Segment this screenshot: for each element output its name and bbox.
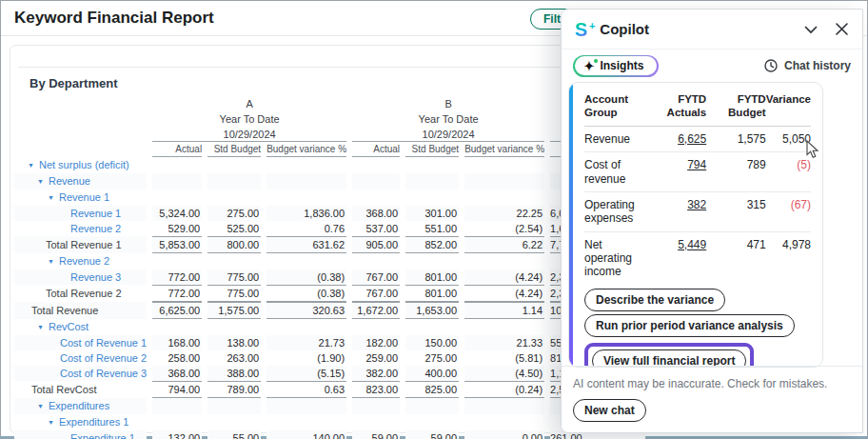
collapse-triangle-icon[interactable]: ▼ xyxy=(48,258,54,265)
row-group-label[interactable]: ▼RevCost xyxy=(14,319,147,335)
report-cell xyxy=(152,173,202,190)
insight-action-button[interactable]: Describe the variance xyxy=(584,289,725,311)
insight-col-header: Account Group xyxy=(584,89,645,126)
chat-history-button[interactable]: Chat history xyxy=(763,58,851,73)
collapse-panel-button[interactable] xyxy=(803,22,819,37)
row-group-label[interactable]: ▼Revenue 2 xyxy=(14,253,147,269)
report-cell[interactable]: 132.00 xyxy=(152,430,202,439)
collapse-triangle-icon[interactable]: ▼ xyxy=(48,419,54,426)
report-cell[interactable]: 55.00 xyxy=(207,430,261,439)
report-cell[interactable]: 551.00 xyxy=(405,221,459,236)
collapse-triangle-icon[interactable]: ▼ xyxy=(48,194,54,201)
report-cell[interactable]: 1,672.00 xyxy=(352,302,400,319)
insight-action-button[interactable]: Run prior period variance analysis xyxy=(584,314,795,337)
row-account-link[interactable]: Cost of Revenue 3 xyxy=(14,366,147,381)
report-cell[interactable]: 801.00 xyxy=(405,269,459,285)
report-cell xyxy=(207,173,261,190)
new-chat-button[interactable]: New chat xyxy=(573,399,646,422)
collapse-triangle-icon[interactable]: ▼ xyxy=(28,162,34,169)
report-cell xyxy=(266,157,346,173)
row-group-label[interactable]: ▼Revenue xyxy=(14,173,147,190)
report-row: Total RevCost794.00789.000.63823.00825.0… xyxy=(14,381,645,398)
report-cell[interactable]: 823.00 xyxy=(352,381,400,398)
insight-row: Revenue6,6251,5755,050 xyxy=(584,126,811,151)
report-cell[interactable]: 5,324.00 xyxy=(152,206,202,221)
report-row: Total Revenue 2772.00775.00(0.38)767.008… xyxy=(14,285,645,302)
report-cell[interactable]: 275.00 xyxy=(207,206,261,221)
row-account-link[interactable]: Revenue 1 xyxy=(14,206,147,221)
report-cell[interactable]: 138.00 xyxy=(207,335,261,350)
report-cell xyxy=(266,190,346,206)
report-row: ▼Expenditures 1 xyxy=(14,414,645,430)
copilot-header: S+ Copilot xyxy=(562,10,862,50)
report-cell[interactable]: 794.00 xyxy=(152,381,202,398)
copilot-panel: S+ Copilot ✦ Insights Chat history xyxy=(561,9,863,433)
report-cell[interactable]: 301.00 xyxy=(405,206,459,221)
insight-table: Account Group FYTD Actuals FYTD Budget V… xyxy=(584,89,811,285)
section-title: By Department xyxy=(30,76,117,90)
report-cell xyxy=(266,173,346,190)
report-cell xyxy=(405,157,459,173)
report-row: Revenue 3772.00775.00(0.38)767.00801.00(… xyxy=(14,269,645,285)
report-cell[interactable]: 5,853.00 xyxy=(152,236,202,253)
report-cell[interactable]: 537.00 xyxy=(352,221,400,236)
ai-disclaimer: AI content may be inaccurate. Check for … xyxy=(573,377,849,390)
report-cell: 825.00 xyxy=(405,381,459,398)
report-cell[interactable]: 388.00 xyxy=(207,366,261,381)
report-cell: 0.00 xyxy=(464,430,544,439)
report-row: Total Revenue 15,853.00800.00631.62905.0… xyxy=(14,236,645,253)
collapse-triangle-icon[interactable]: ▼ xyxy=(37,178,44,185)
report-cell[interactable]: 775.00 xyxy=(207,269,261,285)
row-group-label[interactable]: ▼Net surplus (deficit) xyxy=(14,157,147,173)
report-cell[interactable]: 382.00 xyxy=(352,366,400,381)
insight-row: Net operating income5,4494714,978 xyxy=(584,231,811,285)
report-cell[interactable]: 258.00 xyxy=(152,350,202,366)
report-cell[interactable]: 767.00 xyxy=(352,285,400,302)
row-group-label[interactable]: ▼Expenditures 1 xyxy=(14,414,147,430)
insight-actuals-link[interactable]: 382 xyxy=(645,191,706,231)
report-cell[interactable]: 59.00 xyxy=(352,430,400,439)
report-cell[interactable]: 400.00 xyxy=(405,366,459,381)
report-cell[interactable]: 767.00 xyxy=(352,269,400,285)
row-account-link[interactable]: Revenue 3 xyxy=(14,269,147,285)
report-cell[interactable]: 529.00 xyxy=(152,221,202,236)
report-cell[interactable]: 59.00 xyxy=(405,430,459,439)
insight-variance-value: (67) xyxy=(766,191,811,231)
report-cell: 1,653.00 xyxy=(405,302,459,319)
report-cell[interactable]: 368.00 xyxy=(152,366,202,381)
report-cell[interactable]: 150.00 xyxy=(405,335,459,350)
column-group-period: Year To Date xyxy=(352,111,544,127)
report-cell[interactable]: 275.00 xyxy=(405,350,459,366)
row-account-link[interactable]: Cost of Revenue 1 xyxy=(14,335,147,350)
tab-insights[interactable]: ✦ Insights xyxy=(575,56,658,75)
insight-actuals-link[interactable]: 794 xyxy=(645,152,706,192)
sparkle-icon: ✦ xyxy=(584,60,595,72)
report-cell xyxy=(207,398,261,414)
row-account-link[interactable]: Expenditure 1 xyxy=(14,430,147,439)
row-group-label[interactable]: ▼Expenditures xyxy=(14,398,147,414)
row-account-link[interactable]: Cost of Revenue 2 xyxy=(14,350,147,366)
report-cell[interactable]: 525.00 xyxy=(207,221,261,236)
insight-actuals-link[interactable]: 5,449 xyxy=(645,231,706,285)
column-group-date: 10/29/2024 xyxy=(152,127,346,142)
report-cell[interactable]: 772.00 xyxy=(152,269,202,285)
close-panel-button[interactable] xyxy=(835,22,849,36)
report-cell[interactable]: 6,625.00 xyxy=(152,302,202,319)
report-cell[interactable]: 772.00 xyxy=(152,285,202,302)
report-cell[interactable]: 905.00 xyxy=(352,236,400,253)
row-total-label: Total Revenue 1 xyxy=(14,236,147,253)
insight-budget-value: 1,575 xyxy=(706,126,766,151)
report-cell[interactable]: 182.00 xyxy=(352,335,400,350)
collapse-triangle-icon[interactable]: ▼ xyxy=(37,324,44,330)
row-account-link[interactable]: Revenue 2 xyxy=(14,221,147,236)
insight-actuals-link[interactable]: 6,625 xyxy=(645,126,706,151)
report-cell[interactable]: 263.00 xyxy=(207,350,261,366)
report-cell xyxy=(152,157,202,173)
report-cell xyxy=(152,253,202,269)
report-cell[interactable]: 168.00 xyxy=(152,335,202,350)
report-cell[interactable]: 368.00 xyxy=(352,206,400,221)
copilot-toolbar: ✦ Insights Chat history xyxy=(562,50,862,82)
collapse-triangle-icon[interactable]: ▼ xyxy=(37,403,44,409)
row-group-label[interactable]: ▼Revenue 1 xyxy=(14,190,147,206)
report-cell[interactable]: 259.00 xyxy=(352,350,400,366)
